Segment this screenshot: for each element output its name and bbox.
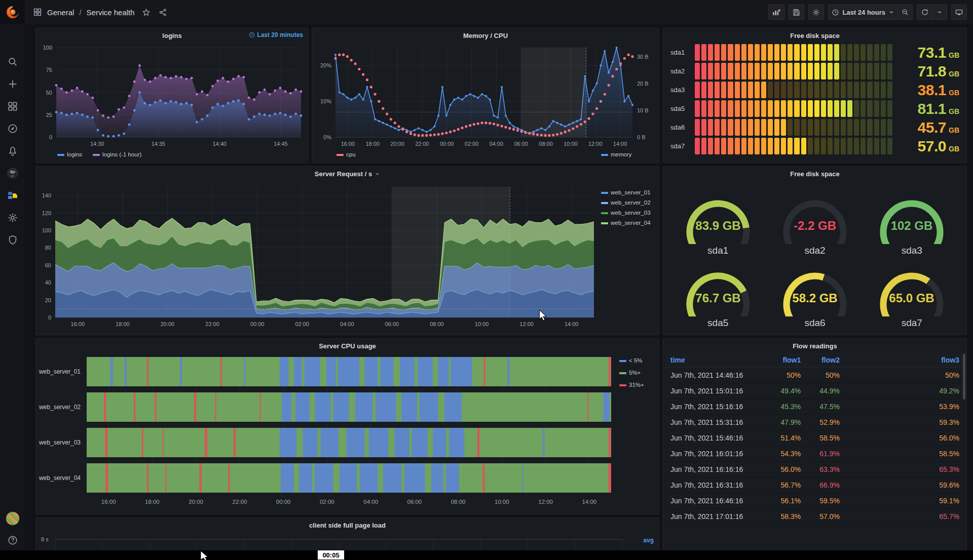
cell-flow3: 58.5% xyxy=(845,450,964,458)
alerting-bell-icon[interactable] xyxy=(0,140,25,162)
dashboard-settings-button[interactable] xyxy=(808,5,824,20)
svg-text:20:00: 20:00 xyxy=(390,141,404,147)
column-header-flow3[interactable]: flow3 xyxy=(845,356,964,364)
panel-gauges: Free disk space 83.9 GBsda1-2.2 GBsda210… xyxy=(663,166,967,335)
add-panel-button[interactable] xyxy=(768,5,784,20)
svg-text:web_server_04: web_server_04 xyxy=(39,474,81,482)
column-header-flow2[interactable]: flow2 xyxy=(806,356,845,364)
svg-text:14:00: 14:00 xyxy=(565,321,579,327)
svg-text:100: 100 xyxy=(43,45,52,51)
zoom-out-button[interactable] xyxy=(897,5,913,20)
legend-< 5%[interactable]: < 5% xyxy=(619,357,643,364)
svg-text:65.0 GB: 65.0 GB xyxy=(889,291,934,305)
panel-title[interactable]: Free disk space xyxy=(790,170,840,178)
cell-time: Jun 7th, 2021 15:16:16 xyxy=(665,403,752,411)
disk-row-sda3: sda338.1GB xyxy=(670,81,959,99)
panel-title[interactable]: Server Request / s xyxy=(315,170,380,178)
svg-text:14:45: 14:45 xyxy=(274,141,288,147)
disk-row-sda5: sda581.1GB xyxy=(670,100,959,117)
admin-shield-icon[interactable] xyxy=(0,229,25,251)
memcpu-chart[interactable]: 0%10%20%0 B10 B20 B30 B16:0018:0020:0022… xyxy=(314,43,657,161)
legend-cpu[interactable]: cpu xyxy=(336,151,356,157)
legend-web_server_04[interactable]: web_server_04 xyxy=(601,220,651,226)
disk-value: 57.0GB xyxy=(892,138,959,155)
disk-label: sda3 xyxy=(670,86,695,94)
column-header-flow1[interactable]: flow1 xyxy=(752,356,806,364)
disk-label: sda6 xyxy=(670,124,695,131)
legend-5%+[interactable]: 5%+ xyxy=(619,370,641,376)
panel-title[interactable]: client side full page load xyxy=(309,522,386,529)
refresh-button[interactable] xyxy=(917,5,932,20)
globe-plugin-icon[interactable] xyxy=(0,162,25,184)
gauge-sda5: 76.7 GBsda5 xyxy=(669,256,766,329)
cell-flow1: 54.3% xyxy=(752,450,806,458)
legend-logins[interactable]: logins xyxy=(57,151,82,157)
secondary-cursor xyxy=(201,551,215,560)
svg-text:14:00: 14:00 xyxy=(582,499,596,505)
cell-flow3: 53.9% xyxy=(845,403,964,411)
refresh-interval-dropdown[interactable] xyxy=(932,5,947,20)
explore-compass-icon[interactable] xyxy=(0,117,25,140)
save-dashboard-button[interactable] xyxy=(789,5,804,20)
breadcrumb-section[interactable]: General xyxy=(47,8,74,17)
svg-text:140: 140 xyxy=(42,192,51,198)
svg-text:18:00: 18:00 xyxy=(365,141,380,147)
search-icon[interactable] xyxy=(0,51,25,73)
request-chart[interactable]: 02040608010012014016:0018:0020:0022:0000… xyxy=(38,181,658,334)
panel-title[interactable]: Free disk space xyxy=(790,32,840,39)
panel-title[interactable]: logins xyxy=(162,32,181,39)
svg-text:76.7 GB: 76.7 GB xyxy=(695,291,740,305)
legend-logins-1h[interactable]: logins (-1 hour) xyxy=(93,151,142,157)
disk-value: 71.8GB xyxy=(892,63,959,80)
legend-memory[interactable]: memory xyxy=(601,151,632,157)
video-scrub-timestamp: 00:05 xyxy=(317,550,345,560)
chevron-down-icon xyxy=(888,9,894,15)
svg-text:cpu: cpu xyxy=(346,151,356,157)
user-avatar[interactable] xyxy=(6,511,20,526)
legend-web_server_01[interactable]: web_server_01 xyxy=(601,189,651,195)
help-icon[interactable] xyxy=(0,533,25,548)
svg-text:10 B: 10 B xyxy=(637,107,649,113)
legend-31%+[interactable]: 31%+ xyxy=(619,382,644,388)
disk-label: sda5 xyxy=(670,105,695,112)
svg-text:< 5%: < 5% xyxy=(629,357,643,364)
svg-text:10%: 10% xyxy=(320,98,331,104)
legend-web_server_03[interactable]: web_server_03 xyxy=(601,210,651,216)
cell-time: Jun 7th, 2021 15:31:16 xyxy=(665,418,752,426)
panel-title[interactable]: Server CPU usage xyxy=(319,342,376,350)
cell-flow1: 56.1% xyxy=(752,497,806,505)
table-scrollbar[interactable] xyxy=(963,354,965,399)
app-plugin-icon[interactable] xyxy=(0,184,25,207)
breadcrumb-page[interactable]: Service health xyxy=(87,8,135,17)
panel-time-link[interactable]: Last 20 minutes xyxy=(249,31,303,38)
share-icon[interactable] xyxy=(159,8,167,17)
logins-chart[interactable]: 025507510014:3014:3514:4014:45loginslogi… xyxy=(38,43,306,161)
star-icon[interactable] xyxy=(142,8,151,17)
column-header-time[interactable]: time xyxy=(665,356,752,364)
svg-text:120: 120 xyxy=(42,210,51,216)
time-range-picker[interactable]: Last 24 hours xyxy=(828,5,897,20)
cell-flow2: 44.9% xyxy=(806,387,845,395)
dashboards-grid-icon[interactable] xyxy=(0,95,25,117)
configuration-gear-icon[interactable] xyxy=(0,207,25,229)
svg-text:06:00: 06:00 xyxy=(385,321,399,327)
svg-text:10:00: 10:00 xyxy=(564,141,578,147)
grafana-logo[interactable] xyxy=(0,0,25,24)
panel-title[interactable]: Memory / CPU xyxy=(463,32,508,39)
svg-text:20:00: 20:00 xyxy=(161,321,175,327)
create-plus-icon[interactable] xyxy=(0,73,25,95)
pageload-chart[interactable]: 8 savg xyxy=(38,532,658,550)
cycle-view-mode-button[interactable] xyxy=(951,5,967,20)
disk-value: 73.1GB xyxy=(892,44,959,61)
svg-text:08:00: 08:00 xyxy=(539,141,553,147)
cpu-usage-timeline[interactable]: 16:0018:0020:0022:0000:0002:0004:0006:00… xyxy=(38,353,658,513)
gauge-label: sda6 xyxy=(804,317,825,329)
cell-time: Jun 7th, 2021 15:46:16 xyxy=(665,434,752,442)
svg-text:04:00: 04:00 xyxy=(490,141,504,147)
panel-title[interactable]: Flow readings xyxy=(793,342,837,350)
table-row: Jun 7th, 2021 15:31:1647.9%52.9%59.3% xyxy=(665,415,964,430)
cell-time: Jun 7th, 2021 16:16:16 xyxy=(665,465,752,473)
legend-web_server_02[interactable]: web_server_02 xyxy=(601,199,651,206)
cell-time: Jun 7th, 2021 15:01:16 xyxy=(665,387,752,395)
cell-flow1: 56.0% xyxy=(752,465,806,473)
